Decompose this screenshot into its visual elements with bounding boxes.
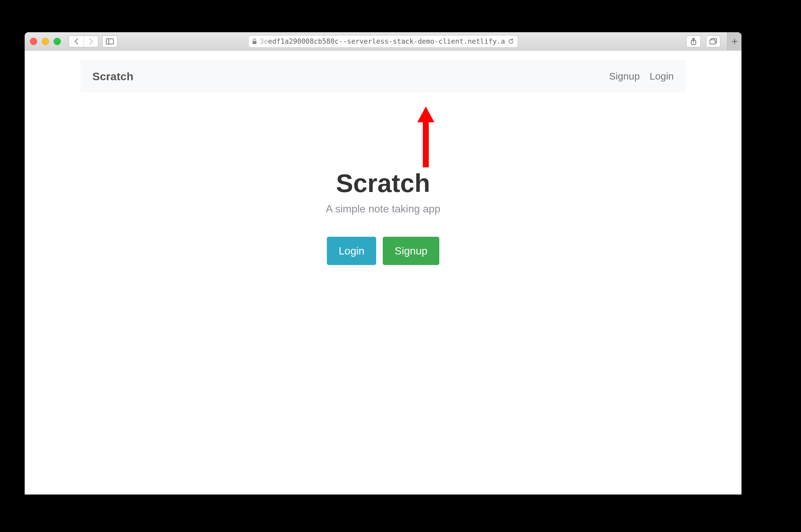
reload-button[interactable]: [508, 38, 514, 45]
sidebar-toggle-button[interactable]: [102, 36, 117, 48]
nav-login-link[interactable]: Login: [650, 71, 674, 82]
maximize-window-button[interactable]: [54, 38, 61, 45]
nav-links: Signup Login: [609, 71, 674, 82]
browser-toolbar: 3eedf1a290008cb580c--serverless-stack-de…: [25, 32, 742, 51]
hero-title: Scratch: [25, 168, 742, 198]
svg-rect-4: [710, 40, 715, 44]
nav-signup-link[interactable]: Signup: [609, 71, 640, 82]
browser-window: 3eedf1a290008cb580c--serverless-stack-de…: [25, 32, 742, 495]
lock-icon: [252, 38, 257, 44]
svg-rect-2: [252, 41, 256, 44]
page-viewport: Scratch Signup Login Scratch A simple no…: [25, 51, 742, 495]
signup-button[interactable]: Signup: [383, 237, 439, 265]
minimize-window-button[interactable]: [42, 38, 49, 45]
toolbar-right: [686, 32, 736, 51]
hero-buttons: Login Signup: [25, 237, 742, 265]
svg-rect-0: [106, 39, 113, 44]
arrow-annotation-icon: [416, 107, 436, 169]
url-text: 3eedf1a290008cb580c--serverless-stack-de…: [260, 37, 505, 45]
back-button[interactable]: [69, 36, 83, 47]
close-window-button[interactable]: [30, 38, 37, 45]
tabs-button[interactable]: [706, 36, 721, 48]
forward-button[interactable]: [83, 36, 98, 47]
nav-button-group: [69, 36, 98, 48]
app-navbar: Scratch Signup Login: [80, 60, 686, 93]
window-controls: [30, 38, 61, 45]
login-button[interactable]: Login: [327, 237, 376, 265]
svg-marker-6: [417, 107, 434, 122]
address-bar[interactable]: 3eedf1a290008cb580c--serverless-stack-de…: [248, 35, 518, 48]
new-tab-button[interactable]: [727, 32, 742, 51]
brand[interactable]: Scratch: [92, 70, 134, 83]
hero-subtitle: A simple note taking app: [25, 203, 742, 215]
share-button[interactable]: [686, 36, 701, 48]
hero-section: Scratch A simple note taking app Login S…: [25, 168, 742, 265]
